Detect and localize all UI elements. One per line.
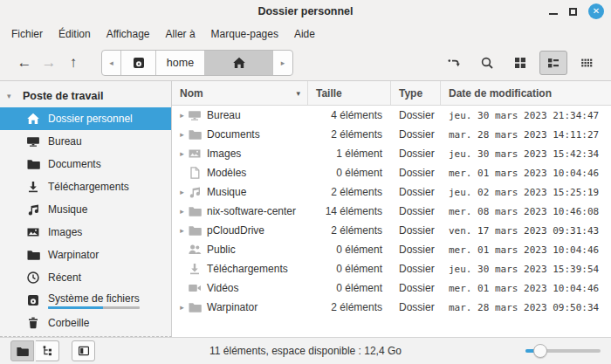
cell-name: ▸Musique	[172, 185, 308, 199]
folder-icon	[188, 127, 202, 141]
file-type: Dossier	[391, 263, 441, 275]
sidebar-item-documents[interactable]: Documents	[0, 153, 171, 175]
folder-icon	[26, 248, 40, 262]
expander-icon[interactable]: ▸	[176, 188, 188, 196]
sidebar-item-warpinator[interactable]: Warpinator	[0, 244, 171, 266]
sidebar-item-dossier-personnel[interactable]: Dossier personnel	[0, 107, 171, 130]
file-type: Dossier	[391, 282, 441, 294]
sidebar-item-système-de-fichiers[interactable]: Système de fichiers	[0, 289, 171, 312]
chevron-down-icon[interactable]: ▾	[7, 92, 16, 100]
sidebar-item-musique[interactable]: Musique	[0, 198, 171, 221]
table-row[interactable]: ▸Warpinator2 élémentsDossiermar. 28 mars…	[172, 298, 611, 317]
table-row[interactable]: ▸Bureau4 élémentsDossierjeu. 30 mars 202…	[172, 106, 611, 125]
table-row[interactable]: ▸Images1 élémentDossierjeu. 30 mars 2023…	[172, 144, 611, 163]
clock-icon	[26, 271, 40, 285]
table-row[interactable]: Vidéos0 élémentDossiermer. 01 mars 2023 …	[172, 278, 611, 298]
zoom-slider-handle[interactable]	[533, 344, 547, 358]
file-size: 4 éléments	[308, 109, 391, 121]
sidebar-item-récent[interactable]: Récent	[0, 266, 171, 289]
table-row[interactable]: ▸nix-software-center14 élémentsDossierme…	[172, 202, 611, 221]
sidebar-item-images[interactable]: Images	[0, 221, 171, 244]
menu-item-fichier[interactable]: Fichier	[3, 24, 51, 44]
cell-name: Modèles	[172, 166, 308, 180]
file-rows: ▸Bureau4 élémentsDossierjeu. 30 mars 202…	[172, 106, 611, 337]
file-modified-date: mar. 28 mars 2023 14:11:27	[441, 129, 611, 141]
file-size: 2 éléments	[308, 128, 391, 141]
file-type: Dossier	[391, 148, 441, 160]
cell-name: ▸pCloudDrive	[172, 223, 308, 237]
file-modified-date: mer. 08 mars 2023 10:46:08	[441, 206, 611, 217]
path-scroll-left-icon[interactable]: ◂	[102, 51, 121, 75]
sidebar-section-computer[interactable]: ▾ Poste de travail	[0, 85, 171, 107]
file-type: Dossier	[391, 301, 441, 313]
sidebar-item-label: Corbeille	[48, 317, 89, 329]
file-type: Dossier	[391, 244, 441, 256]
music-icon	[26, 203, 40, 216]
desktop-icon	[26, 134, 40, 148]
sidebar-item-label: Images	[48, 226, 82, 238]
table-row[interactable]: Modèles0 élémentDossiermer. 01 mars 2023…	[172, 163, 611, 182]
file-name: pCloudDrive	[207, 224, 264, 237]
column-header-date[interactable]: Date de modification	[441, 81, 611, 105]
sidebar-item-label: Système de fichiers	[48, 292, 140, 305]
expander-icon[interactable]: ▸	[176, 207, 188, 216]
folder-icon	[188, 300, 202, 314]
expander-icon[interactable]: ▸	[176, 149, 188, 158]
home-icon	[26, 112, 40, 126]
menu-item-aller-[interactable]: Aller à	[158, 24, 203, 44]
compact-view-icon	[580, 56, 594, 70]
list-view-icon	[546, 56, 560, 70]
file-modified-date: mer. 01 mars 2023 10:04:46	[441, 168, 611, 179]
icon-view-button[interactable]	[506, 51, 534, 75]
expander-icon[interactable]: ▸	[176, 130, 188, 139]
sidebar-item-corbeille[interactable]: Corbeille	[0, 312, 171, 334]
column-header-size[interactable]: Taille	[308, 81, 391, 105]
file-name: Musique	[207, 186, 246, 198]
table-row[interactable]: Public0 élémentDossiermer. 01 mars 2023 …	[172, 240, 611, 259]
expander-icon[interactable]: ▸	[176, 226, 188, 235]
file-type: Dossier	[391, 128, 441, 141]
file-name: Documents	[207, 128, 260, 141]
sidebar-item-bureau[interactable]: Bureau	[0, 130, 171, 153]
file-type: Dossier	[391, 205, 441, 217]
menu-item-affichage[interactable]: Affichage	[99, 24, 158, 44]
table-row[interactable]: ▸pCloudDrive2 élémentsDossierven. 17 mar…	[172, 221, 611, 240]
sidebar-item-label: Téléchargements	[48, 181, 129, 193]
file-name: nix-software-center	[207, 205, 296, 217]
menu-item-marque-pages[interactable]: Marque-pages	[203, 24, 286, 44]
cell-name: Public	[172, 243, 308, 257]
zoom-slider[interactable]	[525, 344, 601, 358]
menu-item--dition[interactable]: Édition	[51, 24, 99, 44]
path-segment-home[interactable]: home	[156, 51, 205, 75]
compact-view-button[interactable]	[573, 51, 601, 75]
back-button[interactable]: ←	[12, 51, 37, 75]
cell-name: ▸Warpinator	[172, 300, 308, 314]
cell-name: Téléchargements	[172, 262, 308, 276]
file-type: Dossier	[391, 109, 441, 121]
table-row[interactable]: ▸Documents2 élémentsDossiermar. 28 mars …	[172, 125, 611, 144]
column-header-type[interactable]: Type	[391, 81, 441, 105]
list-view-button[interactable]	[539, 51, 567, 75]
path-segment-home-folder[interactable]	[205, 51, 273, 75]
table-row[interactable]: ▸Musique2 élémentsDossierjeu. 02 mars 20…	[172, 182, 611, 202]
up-button[interactable]: ↑	[61, 51, 86, 75]
maximize-icon[interactable]	[569, 8, 577, 16]
sidebar-item-téléchargements[interactable]: Téléchargements	[0, 175, 171, 198]
disk-icon	[26, 293, 40, 307]
file-type: Dossier	[391, 186, 441, 198]
path-device-button[interactable]	[121, 51, 156, 75]
toggle-location-entry-button[interactable]	[440, 51, 468, 75]
search-button[interactable]	[473, 51, 501, 75]
expander-icon[interactable]: ▸	[176, 111, 188, 120]
expander-icon[interactable]: ▸	[176, 303, 188, 312]
table-row[interactable]: Téléchargements0 élémentDossierjeu. 30 m…	[172, 259, 611, 278]
menu-item-aide[interactable]: Aide	[286, 24, 323, 44]
column-header-name[interactable]: Nom ▾	[172, 81, 308, 105]
content-area: ▾ Poste de travail Dossier personnelBure…	[0, 80, 611, 337]
minimize-icon[interactable]	[549, 13, 558, 15]
file-name: Images	[207, 148, 241, 160]
close-icon[interactable]: ✕	[588, 3, 604, 19]
forward-button[interactable]: →	[37, 51, 61, 75]
file-size: 0 élément	[308, 263, 391, 275]
path-scroll-right-icon[interactable]: ▸	[273, 51, 292, 75]
